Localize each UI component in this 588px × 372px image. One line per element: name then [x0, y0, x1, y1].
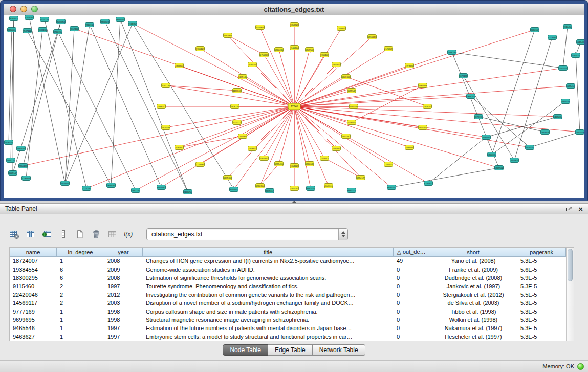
graph-edge[interactable]	[514, 37, 552, 160]
column-header-title[interactable]: title	[143, 248, 394, 257]
graph-edge[interactable]	[228, 35, 294, 106]
graph-node[interactable]: 2045301	[510, 158, 519, 163]
show-columns-button[interactable]	[24, 228, 37, 242]
graph-edge[interactable]	[294, 52, 452, 106]
table-row[interactable]: 1872400712008Changes of HCN gene express…	[10, 257, 566, 265]
graph-node[interactable]: 9054102	[531, 28, 539, 32]
graph-edge[interactable]	[294, 85, 423, 106]
graph-edge[interactable]	[260, 27, 294, 106]
graph-edge[interactable]	[234, 106, 294, 189]
tab-edge-table[interactable]: Edge Table	[268, 344, 313, 356]
graph-node[interactable]: 1861913	[332, 62, 341, 67]
table-row[interactable]: 977716911998Corpus callosum shape and si…	[10, 307, 566, 315]
graph-node[interactable]: 7850031	[107, 183, 116, 188]
graph-edge[interactable]	[576, 55, 580, 132]
graph-edge[interactable]	[294, 65, 409, 106]
table-row[interactable]: 1938455462009Genome-wide association stu…	[10, 265, 566, 273]
graph-node[interactable]: 1770453	[576, 130, 584, 135]
graph-node[interactable]: 1785083	[419, 83, 427, 88]
graph-edge[interactable]	[324, 158, 361, 178]
graph-node[interactable]: 8273041	[230, 187, 238, 192]
graph-edge[interactable]	[452, 52, 563, 68]
graph-node[interactable]: 9812460	[70, 27, 79, 31]
graph-edge[interactable]	[428, 137, 486, 183]
graph-node[interactable]: 9421733	[40, 17, 49, 22]
graph-node[interactable]: 8492410	[307, 186, 315, 191]
graph-node[interactable]: 9874023	[101, 19, 110, 24]
graph-edge[interactable]	[45, 19, 86, 188]
graph-node[interactable]: 2104532	[526, 145, 534, 150]
graph-edge[interactable]	[563, 27, 568, 68]
table-row[interactable]: 946362711997Embryonic stem cells: a mode…	[10, 333, 566, 341]
graph-edge[interactable]	[23, 106, 294, 166]
graph-node[interactable]: 9031012	[10, 16, 18, 21]
scrollbar-thumb[interactable]	[568, 249, 573, 281]
graph-node[interactable]: 1760344	[256, 184, 265, 188]
graph-edge[interactable]	[294, 106, 329, 186]
graph-node[interactable]: 1860241	[275, 48, 284, 52]
graph-node[interactable]: 1465205	[554, 115, 562, 119]
graph-node[interactable]: 9920134	[85, 23, 94, 27]
graph-node[interactable]: 1275141	[238, 75, 247, 79]
column-header-year[interactable]: year	[104, 248, 143, 257]
column-header-out_de[interactable]: △ out_de…	[394, 248, 429, 257]
graph-edge[interactable]	[260, 164, 279, 186]
graph-node[interactable]: 1921053	[290, 186, 299, 191]
graph-node[interactable]: 2057134	[162, 83, 170, 88]
graph-node[interactable]: 9633184	[38, 28, 47, 32]
graph-edge[interactable]	[352, 85, 423, 122]
delete-table-button[interactable]	[89, 228, 103, 242]
edit-table-button[interactable]	[40, 228, 54, 242]
graph-node[interactable]: 1849503	[306, 48, 314, 52]
graph-edge[interactable]	[74, 29, 294, 106]
graph-edge[interactable]	[391, 168, 499, 187]
graph-node[interactable]: 3005142	[9, 171, 17, 176]
graph-node[interactable]: 2204117	[320, 156, 329, 161]
graph-node[interactable]: 9605213	[116, 17, 125, 22]
graph-edge[interactable]	[166, 85, 294, 106]
graph-node[interactable]: 2121549	[384, 47, 393, 51]
graph-edge[interactable]	[23, 21, 61, 166]
new-table-button[interactable]	[73, 228, 86, 242]
graph-node[interactable]: 1849162	[467, 94, 475, 99]
graph-edge[interactable]	[294, 106, 310, 164]
graph-node[interactable]: 1095414	[567, 84, 575, 89]
row-tools-button[interactable]	[56, 228, 70, 242]
graph-node[interactable]: 1095542	[347, 89, 356, 93]
graph-node[interactable]: 1900127	[196, 47, 205, 51]
graph-edge[interactable]	[294, 106, 361, 178]
tab-network-table[interactable]: Network Table	[313, 344, 365, 356]
graph-edge[interactable]	[111, 19, 120, 185]
graph-edge[interactable]	[243, 106, 294, 136]
graph-node[interactable]: 2591013	[17, 146, 26, 151]
table-row[interactable]: 946554611997Estimation of the future num…	[10, 324, 566, 332]
graph-edge[interactable]	[452, 52, 499, 168]
graph-node[interactable]: 1724584	[196, 162, 205, 167]
graph-edge[interactable]	[279, 106, 294, 164]
graph-edge[interactable]	[294, 30, 535, 106]
graph-node[interactable]: 3190514	[22, 176, 31, 181]
column-header-pagerank[interactable]: pagerank	[517, 248, 566, 257]
graph-node[interactable]: 1904631	[488, 152, 496, 157]
graph-node[interactable]: 8692451	[387, 185, 396, 190]
minimize-window-button[interactable]	[20, 6, 27, 12]
graph-node[interactable]: 1197434	[572, 53, 580, 58]
graph-node[interactable]: 9314450	[563, 25, 572, 29]
graph-edge[interactable]	[90, 25, 161, 187]
graph-node[interactable]: 1960043	[306, 162, 314, 166]
graph-node[interactable]: 7714250	[82, 186, 91, 191]
graph-edge[interactable]	[294, 86, 571, 106]
graph-hub-node[interactable]: 17240	[288, 103, 300, 110]
graph-node[interactable]: 1154493	[350, 104, 358, 109]
close-window-button[interactable]	[10, 6, 16, 12]
graph-node[interactable]: 1254933	[337, 26, 346, 31]
graph-node[interactable]: 2246101	[384, 162, 393, 167]
graph-node[interactable]: 2755124	[7, 158, 15, 163]
table-row[interactable]: 1830029562008Estimation of significance …	[10, 274, 566, 282]
graph-node[interactable]: 1216021	[347, 120, 356, 125]
graph-node[interactable]: 1453124	[541, 130, 550, 135]
graph-node[interactable]: 2200834	[256, 25, 265, 30]
graph-edge[interactable]	[120, 19, 188, 192]
graph-node[interactable]: 1675304	[224, 176, 232, 180]
graph-edge[interactable]	[294, 106, 409, 147]
